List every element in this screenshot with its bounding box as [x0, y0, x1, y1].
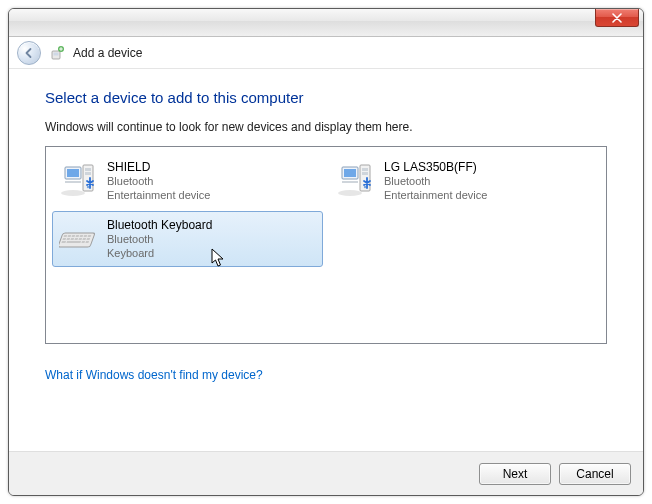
- close-icon: [612, 13, 622, 23]
- cancel-button[interactable]: Cancel: [559, 463, 631, 485]
- svg-point-16: [364, 186, 366, 188]
- device-item-keyboard[interactable]: Bluetooth Keyboard Bluetooth Keyboard: [52, 211, 323, 267]
- arrow-left-icon: [23, 47, 35, 59]
- device-info: SHIELD Bluetooth Entertainment device: [107, 160, 210, 203]
- help-link[interactable]: What if Windows doesn't find my device?: [45, 368, 607, 382]
- device-item-lg[interactable]: LG LAS350B(FF) Bluetooth Entertainment d…: [329, 153, 600, 209]
- device-category: Keyboard: [107, 247, 212, 261]
- svg-rect-14: [362, 168, 368, 171]
- device-name: Bluetooth Keyboard: [107, 218, 212, 233]
- header-bar: Add a device: [9, 37, 643, 69]
- device-info: Bluetooth Keyboard Bluetooth Keyboard: [107, 218, 212, 261]
- svg-rect-12: [344, 169, 356, 177]
- svg-rect-7: [85, 172, 91, 175]
- next-button[interactable]: Next: [479, 463, 551, 485]
- device-category: Entertainment device: [384, 189, 487, 203]
- content-area: Select a device to add to this computer …: [9, 69, 643, 451]
- footer: Next Cancel: [9, 451, 643, 495]
- svg-rect-34: [61, 241, 66, 243]
- titlebar: [9, 9, 643, 37]
- wizard-window: Add a device Select a device to add to t…: [8, 8, 644, 496]
- svg-point-8: [87, 186, 89, 188]
- svg-rect-17: [342, 181, 358, 183]
- page-title: Add a device: [73, 46, 142, 60]
- back-button[interactable]: [17, 41, 41, 65]
- svg-point-10: [61, 190, 85, 196]
- device-category: Entertainment device: [107, 189, 210, 203]
- svg-rect-35: [66, 241, 81, 243]
- device-list: SHIELD Bluetooth Entertainment device: [45, 146, 607, 344]
- close-button[interactable]: [595, 9, 639, 27]
- desktop-icon: [59, 159, 99, 203]
- device-wizard-icon: [49, 45, 65, 61]
- device-name: SHIELD: [107, 160, 210, 175]
- svg-rect-15: [362, 172, 368, 175]
- keyboard-icon: [59, 217, 99, 261]
- svg-rect-4: [67, 169, 79, 177]
- desktop-icon: [336, 159, 376, 203]
- subtext: Windows will continue to look for new de…: [45, 120, 607, 134]
- device-type: Bluetooth: [107, 175, 210, 189]
- heading: Select a device to add to this computer: [45, 89, 607, 106]
- cursor-icon: [211, 248, 225, 268]
- device-item-shield[interactable]: SHIELD Bluetooth Entertainment device: [52, 153, 323, 209]
- device-type: Bluetooth: [384, 175, 487, 189]
- device-type: Bluetooth: [107, 233, 212, 247]
- svg-point-18: [338, 190, 362, 196]
- device-name: LG LAS350B(FF): [384, 160, 487, 175]
- svg-rect-6: [85, 168, 91, 171]
- device-info: LG LAS350B(FF) Bluetooth Entertainment d…: [384, 160, 487, 203]
- svg-rect-1: [54, 52, 59, 55]
- svg-rect-9: [65, 181, 81, 183]
